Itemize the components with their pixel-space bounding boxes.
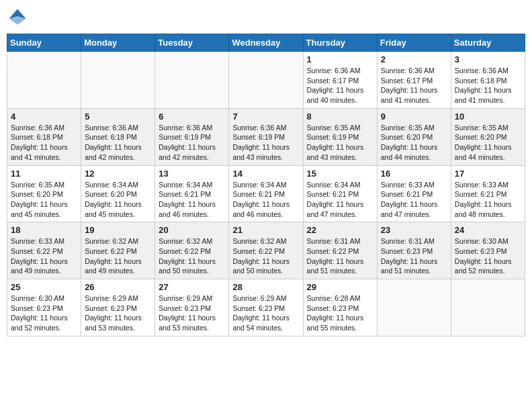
day-info: Sunrise: 6:34 AM Sunset: 6:20 PM Dayligh… — [85, 180, 151, 220]
page-header — [7, 7, 525, 28]
weekday-header-tuesday: Tuesday — [155, 34, 229, 52]
day-info: Sunrise: 6:35 AM Sunset: 6:19 PM Dayligh… — [307, 123, 373, 163]
day-number: 12 — [85, 169, 151, 179]
calendar-table: SundayMondayTuesdayWednesdayThursdayFrid… — [7, 34, 525, 336]
day-number: 8 — [307, 111, 373, 122]
calendar-cell: 15Sunrise: 6:34 AM Sunset: 6:21 PM Dayli… — [303, 165, 377, 222]
day-info: Sunrise: 6:29 AM Sunset: 6:23 PM Dayligh… — [232, 293, 299, 333]
day-number: 22 — [307, 225, 373, 235]
calendar-cell: 12Sunrise: 6:34 AM Sunset: 6:20 PM Dayli… — [81, 165, 155, 222]
day-info: Sunrise: 6:29 AM Sunset: 6:23 PM Dayligh… — [85, 293, 151, 333]
calendar-cell: 9Sunrise: 6:35 AM Sunset: 6:20 PM Daylig… — [377, 108, 451, 165]
day-number: 7 — [232, 111, 299, 122]
calendar-cell: 27Sunrise: 6:29 AM Sunset: 6:23 PM Dayli… — [155, 279, 229, 336]
calendar-cell: 8Sunrise: 6:35 AM Sunset: 6:19 PM Daylig… — [303, 108, 377, 165]
day-info: Sunrise: 6:34 AM Sunset: 6:21 PM Dayligh… — [159, 180, 225, 220]
day-number: 1 — [307, 54, 373, 64]
day-info: Sunrise: 6:33 AM Sunset: 6:21 PM Dayligh… — [381, 180, 447, 220]
day-number: 11 — [11, 169, 77, 179]
day-info: Sunrise: 6:33 AM Sunset: 6:21 PM Dayligh… — [455, 180, 521, 220]
calendar-cell: 21Sunrise: 6:32 AM Sunset: 6:22 PM Dayli… — [229, 222, 303, 279]
calendar-cell: 1Sunrise: 6:36 AM Sunset: 6:17 PM Daylig… — [303, 52, 377, 109]
calendar-cell: 3Sunrise: 6:36 AM Sunset: 6:18 PM Daylig… — [451, 52, 525, 109]
day-info: Sunrise: 6:36 AM Sunset: 6:17 PM Dayligh… — [307, 66, 373, 105]
day-info: Sunrise: 6:30 AM Sunset: 6:23 PM Dayligh… — [11, 293, 77, 333]
calendar-cell — [81, 52, 155, 109]
calendar-cell — [7, 52, 81, 109]
day-number: 21 — [232, 225, 299, 235]
calendar-cell: 29Sunrise: 6:28 AM Sunset: 6:23 PM Dayli… — [303, 279, 377, 336]
calendar-cell: 4Sunrise: 6:36 AM Sunset: 6:18 PM Daylig… — [7, 108, 81, 165]
calendar-cell: 16Sunrise: 6:33 AM Sunset: 6:21 PM Dayli… — [377, 165, 451, 222]
day-info: Sunrise: 6:34 AM Sunset: 6:21 PM Dayligh… — [232, 180, 299, 220]
day-info: Sunrise: 6:36 AM Sunset: 6:18 PM Dayligh… — [11, 123, 77, 163]
calendar-cell: 18Sunrise: 6:33 AM Sunset: 6:22 PM Dayli… — [7, 222, 81, 279]
calendar-cell: 7Sunrise: 6:36 AM Sunset: 6:19 PM Daylig… — [229, 108, 303, 165]
calendar-cell: 23Sunrise: 6:31 AM Sunset: 6:23 PM Dayli… — [377, 222, 451, 279]
day-number: 14 — [232, 169, 299, 179]
day-number: 18 — [11, 225, 77, 235]
day-number: 25 — [11, 282, 77, 292]
calendar-week-row: 4Sunrise: 6:36 AM Sunset: 6:18 PM Daylig… — [7, 108, 525, 165]
day-info: Sunrise: 6:31 AM Sunset: 6:22 PM Dayligh… — [307, 236, 373, 276]
day-info: Sunrise: 6:33 AM Sunset: 6:22 PM Dayligh… — [11, 236, 77, 276]
calendar-cell: 25Sunrise: 6:30 AM Sunset: 6:23 PM Dayli… — [7, 279, 81, 336]
day-number: 24 — [455, 225, 521, 235]
logo-icon — [7, 7, 28, 28]
calendar-cell: 13Sunrise: 6:34 AM Sunset: 6:21 PM Dayli… — [155, 165, 229, 222]
calendar-cell — [377, 279, 451, 336]
calendar-cell — [155, 52, 229, 109]
calendar-cell: 19Sunrise: 6:32 AM Sunset: 6:22 PM Dayli… — [81, 222, 155, 279]
day-info: Sunrise: 6:32 AM Sunset: 6:22 PM Dayligh… — [232, 236, 299, 276]
calendar-cell: 24Sunrise: 6:30 AM Sunset: 6:23 PM Dayli… — [451, 222, 525, 279]
day-number: 4 — [11, 111, 77, 122]
day-number: 2 — [381, 54, 447, 64]
calendar-cell: 22Sunrise: 6:31 AM Sunset: 6:22 PM Dayli… — [303, 222, 377, 279]
day-number: 9 — [381, 111, 447, 122]
weekday-header-thursday: Thursday — [303, 34, 377, 52]
day-number: 26 — [85, 282, 151, 292]
day-info: Sunrise: 6:35 AM Sunset: 6:20 PM Dayligh… — [11, 180, 77, 220]
day-info: Sunrise: 6:36 AM Sunset: 6:19 PM Dayligh… — [159, 123, 225, 163]
logo — [7, 7, 28, 28]
day-number: 16 — [381, 169, 447, 179]
day-number: 5 — [85, 111, 151, 122]
day-info: Sunrise: 6:35 AM Sunset: 6:20 PM Dayligh… — [381, 123, 447, 163]
day-number: 28 — [232, 282, 299, 292]
calendar-cell: 14Sunrise: 6:34 AM Sunset: 6:21 PM Dayli… — [229, 165, 303, 222]
day-info: Sunrise: 6:34 AM Sunset: 6:21 PM Dayligh… — [307, 180, 373, 220]
calendar-week-row: 18Sunrise: 6:33 AM Sunset: 6:22 PM Dayli… — [7, 222, 525, 279]
calendar-cell: 6Sunrise: 6:36 AM Sunset: 6:19 PM Daylig… — [155, 108, 229, 165]
weekday-header-wednesday: Wednesday — [229, 34, 303, 52]
calendar-cell: 11Sunrise: 6:35 AM Sunset: 6:20 PM Dayli… — [7, 165, 81, 222]
weekday-header-monday: Monday — [81, 34, 155, 52]
day-number: 10 — [455, 111, 521, 122]
day-number: 3 — [455, 54, 521, 64]
day-info: Sunrise: 6:35 AM Sunset: 6:20 PM Dayligh… — [455, 123, 521, 163]
weekday-header-saturday: Saturday — [451, 34, 525, 52]
day-info: Sunrise: 6:30 AM Sunset: 6:23 PM Dayligh… — [455, 236, 521, 276]
calendar-cell — [229, 52, 303, 109]
calendar-week-row: 1Sunrise: 6:36 AM Sunset: 6:17 PM Daylig… — [7, 52, 525, 109]
weekday-header-sunday: Sunday — [7, 34, 81, 52]
day-info: Sunrise: 6:36 AM Sunset: 6:17 PM Dayligh… — [381, 66, 447, 105]
day-info: Sunrise: 6:28 AM Sunset: 6:23 PM Dayligh… — [307, 293, 373, 333]
day-info: Sunrise: 6:31 AM Sunset: 6:23 PM Dayligh… — [381, 236, 447, 276]
day-info: Sunrise: 6:36 AM Sunset: 6:18 PM Dayligh… — [455, 66, 521, 105]
day-info: Sunrise: 6:32 AM Sunset: 6:22 PM Dayligh… — [159, 236, 225, 276]
calendar-cell — [451, 279, 525, 336]
day-info: Sunrise: 6:29 AM Sunset: 6:23 PM Dayligh… — [159, 293, 225, 333]
calendar-cell: 17Sunrise: 6:33 AM Sunset: 6:21 PM Dayli… — [451, 165, 525, 222]
day-info: Sunrise: 6:32 AM Sunset: 6:22 PM Dayligh… — [85, 236, 151, 276]
day-number: 17 — [455, 169, 521, 179]
day-info: Sunrise: 6:36 AM Sunset: 6:19 PM Dayligh… — [232, 123, 299, 163]
day-number: 6 — [159, 111, 225, 122]
weekday-header-row: SundayMondayTuesdayWednesdayThursdayFrid… — [7, 34, 525, 52]
day-number: 27 — [159, 282, 225, 292]
calendar-week-row: 11Sunrise: 6:35 AM Sunset: 6:20 PM Dayli… — [7, 165, 525, 222]
day-number: 19 — [85, 225, 151, 235]
weekday-header-friday: Friday — [377, 34, 451, 52]
calendar-cell: 5Sunrise: 6:36 AM Sunset: 6:18 PM Daylig… — [81, 108, 155, 165]
calendar-cell: 2Sunrise: 6:36 AM Sunset: 6:17 PM Daylig… — [377, 52, 451, 109]
calendar-cell: 10Sunrise: 6:35 AM Sunset: 6:20 PM Dayli… — [451, 108, 525, 165]
